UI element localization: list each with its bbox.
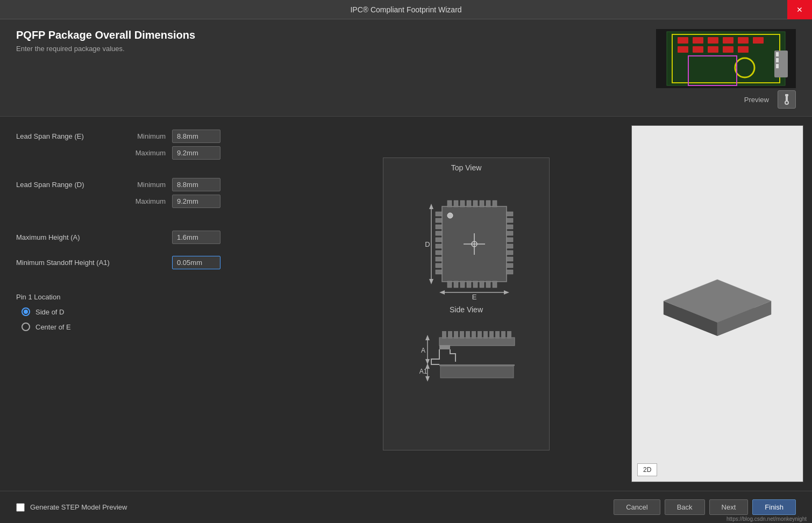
right-panel: 2D	[631, 125, 803, 482]
svg-rect-77	[439, 338, 515, 346]
svg-rect-35	[486, 200, 490, 207]
lead-span-d-max-input[interactable]	[172, 195, 220, 208]
svg-rect-7	[738, 37, 749, 44]
lead-span-e-min-input[interactable]	[172, 130, 220, 143]
lead-span-e-min-row: Lead Span Range (E) Minimum	[16, 130, 285, 143]
lead-span-d-min-input[interactable]	[172, 178, 220, 191]
side-view-container: Side View A	[383, 305, 549, 424]
top-view-container: Top View D	[383, 163, 549, 303]
svg-rect-31	[460, 200, 465, 207]
svg-rect-64	[507, 270, 513, 274]
svg-rect-8	[753, 37, 764, 44]
radio-side-d-label: Side of D	[35, 308, 64, 316]
svg-text:A: A	[421, 347, 425, 354]
preview-2d-button[interactable]: 2D	[637, 463, 657, 476]
lead-span-e-group: Lead Span Range (E) Minimum Maximum	[16, 130, 285, 162]
close-button[interactable]: ✕	[787, 0, 812, 19]
pcb-thumbnail-svg	[656, 29, 796, 88]
lead-span-d-max-label: Maximum	[129, 197, 172, 205]
preview-usb-icon	[778, 90, 796, 109]
header: PQFP Package Overall Dimensions Enter th…	[0, 19, 812, 117]
svg-rect-96	[440, 366, 514, 378]
titlebar-title: IPC® Compliant Footprint Wizard	[350, 5, 461, 14]
radio-center-e[interactable]: Center of E	[22, 323, 285, 331]
svg-rect-79	[448, 331, 452, 339]
svg-rect-59	[507, 238, 513, 242]
svg-rect-78	[442, 331, 446, 339]
max-height-row: Maximum Height (A)	[16, 231, 285, 244]
finish-button[interactable]: Finish	[752, 499, 796, 515]
cancel-button[interactable]: Cancel	[614, 499, 660, 515]
svg-rect-87	[495, 331, 500, 339]
svg-rect-30	[454, 200, 458, 207]
lead-span-e-max-label: Maximum	[129, 149, 172, 157]
svg-marker-74	[425, 335, 430, 340]
svg-rect-52	[436, 257, 442, 261]
next-button[interactable]: Next	[709, 499, 749, 515]
svg-point-22	[785, 101, 788, 104]
svg-rect-94	[439, 345, 450, 349]
svg-rect-38	[454, 281, 458, 288]
svg-rect-49	[436, 238, 442, 242]
svg-rect-3	[678, 37, 688, 44]
min-standoff-label: Minimum Standoff Height (A1)	[16, 259, 129, 267]
radio-side-d-circle[interactable]	[22, 307, 30, 316]
svg-rect-85	[483, 331, 488, 339]
svg-rect-11	[708, 46, 718, 53]
back-button[interactable]: Back	[665, 499, 705, 515]
svg-rect-4	[693, 37, 703, 44]
svg-rect-36	[493, 200, 497, 207]
svg-rect-12	[723, 46, 733, 53]
generate-step-checkbox[interactable]	[16, 503, 25, 512]
svg-rect-40	[467, 281, 471, 288]
min-standoff-input[interactable]	[172, 256, 220, 269]
svg-text:E: E	[472, 293, 477, 301]
svg-rect-62	[507, 257, 513, 261]
pin-location-radio-group: Side of D Center of E	[16, 307, 285, 331]
footer: Generate STEP Model Preview Cancel Back …	[0, 491, 812, 523]
svg-text:D: D	[425, 240, 430, 248]
svg-rect-6	[723, 37, 733, 44]
footer-right: Cancel Back Next Finish	[614, 499, 796, 515]
svg-rect-80	[454, 331, 458, 339]
radio-center-e-circle[interactable]	[22, 323, 30, 331]
svg-marker-26	[429, 279, 433, 284]
svg-marker-71	[504, 290, 509, 295]
content-area: Lead Span Range (E) Minimum Maximum Lead…	[0, 117, 812, 491]
chip-3d-svg	[647, 245, 787, 363]
svg-rect-88	[501, 331, 505, 339]
preview-3d: 2D	[632, 126, 803, 482]
svg-rect-37	[447, 281, 452, 288]
svg-rect-63	[507, 263, 513, 268]
svg-rect-42	[480, 281, 484, 288]
side-view-title: Side View	[450, 305, 483, 314]
max-height-label: Maximum Height (A)	[16, 233, 129, 241]
svg-rect-5	[708, 37, 718, 44]
footer-left: Generate STEP Model Preview	[16, 503, 127, 512]
max-height-input[interactable]	[172, 231, 220, 244]
svg-rect-56	[507, 218, 513, 223]
header-right: Preview	[656, 29, 796, 109]
svg-rect-82	[466, 331, 470, 339]
svg-rect-18	[776, 58, 779, 62]
svg-rect-48	[436, 231, 442, 235]
radio-side-d[interactable]: Side of D	[22, 307, 285, 316]
svg-rect-44	[493, 281, 497, 288]
svg-rect-39	[460, 281, 465, 288]
top-view-svg: D	[407, 174, 525, 303]
preview-label-container: Preview	[744, 90, 796, 109]
min-standoff-row: Minimum Standoff Height (A1)	[16, 256, 285, 269]
svg-point-65	[447, 213, 453, 218]
pin-location-title: Pin 1 Location	[16, 293, 285, 301]
pin-location-section: Pin 1 Location Side of D Center of E	[16, 293, 285, 331]
main-container: PQFP Package Overall Dimensions Enter th…	[0, 19, 812, 523]
svg-rect-33	[473, 200, 478, 207]
radio-center-e-label: Center of E	[35, 323, 71, 331]
top-view-title: Top View	[451, 163, 482, 172]
lead-span-e-max-row: Maximum	[16, 146, 285, 160]
preview-label: Preview	[744, 96, 769, 104]
lead-span-d-group: Lead Span Range (D) Minimum Maximum	[16, 178, 285, 210]
lead-span-e-max-input[interactable]	[172, 146, 220, 160]
svg-rect-50	[436, 244, 442, 248]
svg-rect-47	[436, 225, 442, 229]
